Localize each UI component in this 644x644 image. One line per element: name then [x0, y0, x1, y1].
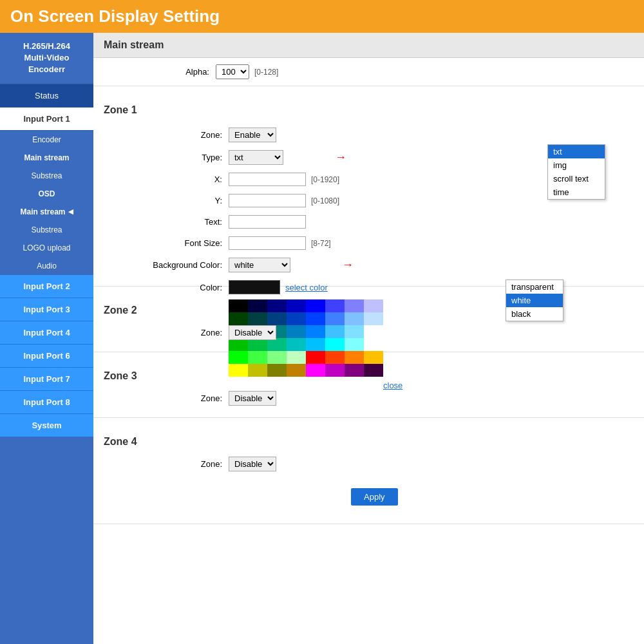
zone1-fontsize-label: Font Size:	[132, 238, 222, 248]
zone1-y-row: Y: 10 [0-1080]	[132, 191, 586, 210]
zone1-x-row: X: 10 [0-1920]	[132, 170, 586, 189]
sidebar-arrow-icon: ◀	[68, 208, 73, 215]
zone4-zone-row: Zone: Disable Enable	[93, 454, 644, 474]
zone-1-title: Zone 1	[93, 100, 644, 122]
app-header: On Screen Display Setting	[0, 0, 644, 33]
bg-option-black[interactable]: black	[506, 307, 563, 321]
zone2-zone-label: Zone:	[132, 328, 222, 337]
zone1-text-input[interactable]	[229, 215, 306, 229]
zone3-zone-row: Zone: Disable Enable	[93, 388, 644, 408]
sidebar-item-system[interactable]: System	[0, 414, 93, 437]
zone1-y-range: [0-1080]	[311, 196, 339, 205]
sidebar-item-input-port-2[interactable]: Input Port 2	[0, 275, 93, 298]
zone2-zone-select[interactable]: Disable Enable	[229, 325, 276, 340]
select-color-link[interactable]: select color	[285, 283, 328, 292]
zone1-fontsize-input[interactable]: 36	[229, 236, 306, 250]
sidebar-item-substrea-2[interactable]: Substrea	[0, 221, 93, 239]
sidebar-item-input-port-3[interactable]: Input Port 3	[0, 298, 93, 321]
zone1-bgcolor-label: Background Color:	[132, 260, 222, 270]
alpha-row: Alpha: 100 [0-128]	[93, 58, 644, 86]
main-stream-header: Main stream	[93, 33, 644, 58]
zone1-x-range: [0-1920]	[311, 175, 339, 184]
sidebar-item-audio[interactable]: Audio	[0, 257, 93, 275]
zone1-fontsize-range: [8-72]	[311, 239, 331, 248]
alpha-range: [0-128]	[254, 68, 278, 77]
sidebar-item-main-stream-2[interactable]: Main stream ◀	[0, 203, 93, 221]
bg-option-white[interactable]: white	[506, 294, 563, 307]
sidebar-item-substrea[interactable]: Substrea	[0, 167, 93, 185]
zone1-bgcolor-row: Background Color: white transparent blac…	[132, 255, 586, 275]
zone1-y-label: Y:	[132, 196, 222, 205]
color-preview	[229, 280, 280, 294]
sidebar-item-input-port-8[interactable]: Input Port 8	[0, 391, 93, 414]
zone3-zone-label: Zone:	[132, 393, 222, 403]
zone1-zone-row: Zone: Enable Disable	[132, 125, 586, 145]
sidebar-item-input-port-6[interactable]: Input Port 6	[0, 345, 93, 368]
sidebar-item-osd[interactable]: OSD	[0, 185, 93, 203]
sidebar-item-input-port-1[interactable]: Input Port 1	[0, 108, 93, 131]
type-dropdown-popup: txt img scroll text time	[547, 144, 605, 200]
alpha-select[interactable]: 100	[216, 64, 249, 79]
close-color-link[interactable]: close	[357, 381, 402, 390]
zone-1-section: Zone 1 Zone: Enable Disable	[93, 94, 644, 287]
zone3-zone-select[interactable]: Disable Enable	[229, 391, 276, 406]
zone1-fontsize-row: Font Size: 36 [8-72]	[132, 234, 586, 252]
zone1-x-input[interactable]: 10	[229, 173, 306, 186]
zone-4-section: Zone 4 Zone: Disable Enable Apply	[93, 426, 644, 524]
apply-button[interactable]: Apply	[351, 488, 398, 506]
zone4-zone-label: Zone:	[132, 459, 222, 469]
zone1-y-input[interactable]: 10	[229, 194, 306, 207]
zone4-zone-select[interactable]: Disable Enable	[229, 457, 276, 471]
zone1-x-label: X:	[132, 175, 222, 184]
sidebar-item-encoder[interactable]: Encoder	[0, 131, 93, 149]
page-title: On Screen Display Setting	[10, 6, 634, 26]
type-option-txt[interactable]: txt	[548, 145, 605, 158]
bgcolor-arrow-icon: →	[342, 258, 354, 272]
sidebar-item-main-stream[interactable]: Main stream	[0, 149, 93, 167]
zone1-type-row: Type: txt img scroll text time →	[132, 147, 586, 167]
sidebar: H.265/H.264 Multi-Video Encoderr Status …	[0, 33, 93, 644]
type-option-img[interactable]: img	[548, 158, 605, 172]
bg-option-transparent[interactable]: transparent	[506, 280, 563, 294]
type-option-scroll-text[interactable]: scroll text	[548, 172, 605, 185]
sidebar-item-logo-upload[interactable]: LOGO upload	[0, 239, 93, 257]
alpha-label: Alpha:	[132, 67, 209, 77]
zone-4-title: Zone 4	[93, 432, 644, 454]
sidebar-item-input-port-4[interactable]: Input Port 4	[0, 321, 93, 345]
zone1-zone-label: Zone:	[132, 130, 222, 140]
zone1-bgcolor-select[interactable]: white transparent black	[229, 258, 290, 272]
zone1-text-label: Text:	[132, 217, 222, 227]
zone1-color-label: Color:	[132, 283, 222, 292]
zone1-type-label: Type:	[132, 153, 222, 162]
zone1-type-select[interactable]: txt img scroll text time	[229, 150, 283, 165]
sidebar-item-input-port-7[interactable]: Input Port 7	[0, 368, 93, 391]
type-arrow-icon: →	[335, 151, 346, 164]
zone1-zone-select[interactable]: Enable Disable	[229, 128, 276, 142]
sidebar-item-status[interactable]: Status	[0, 84, 93, 108]
sidebar-logo: H.265/H.264 Multi-Video Encoderr	[0, 33, 93, 84]
type-option-time[interactable]: time	[548, 185, 605, 199]
main-content: Main stream Alpha: 100 [0-128] Zone 1	[93, 33, 644, 644]
zone1-text-row: Text:	[132, 213, 586, 231]
